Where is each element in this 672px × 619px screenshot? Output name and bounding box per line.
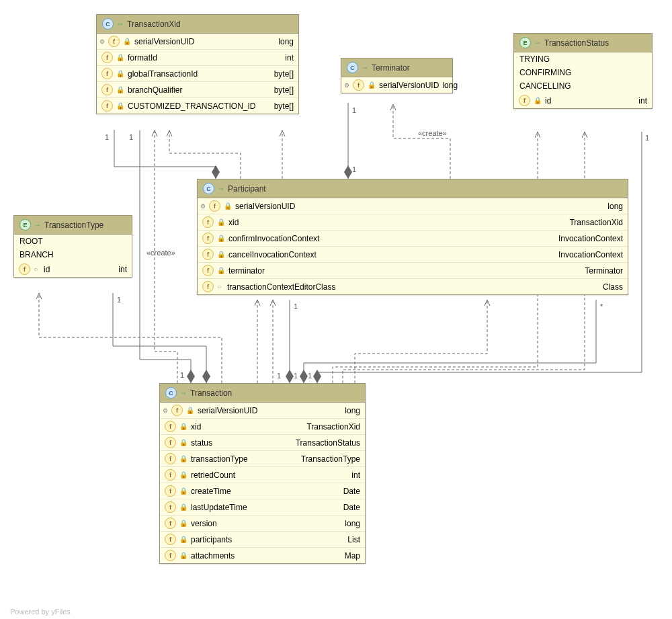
static-gear-icon: ⚙ <box>99 38 105 45</box>
class-transaction[interactable]: C⊸Transaction⚙f🔒serialVersionUIDlongf🔒xi… <box>159 383 366 564</box>
field-name: xid <box>191 422 303 431</box>
enum-icon: E <box>519 37 531 48</box>
field-type: TransactionType <box>301 454 360 464</box>
field-row: ⚙f🔒serialVersionUIDlong <box>160 403 365 419</box>
field-icon: f <box>165 518 176 529</box>
class-xid[interactable]: C⊸TransactionXid⚙f🔒serialVersionUIDlongf… <box>96 14 299 114</box>
class-icon: C <box>347 62 358 73</box>
static-gear-icon: ⚙ <box>200 203 206 210</box>
diagram-canvas: 1 1 1 1 1 1 1 1 1 1 1 * 1 «create» «crea… <box>0 0 672 619</box>
class-type[interactable]: E⊸TransactionTypeROOTBRANCHf○idint <box>13 215 132 278</box>
field-name: CUSTOMIZED_TRANSACTION_ID <box>128 101 271 111</box>
class-icon: C <box>102 18 114 30</box>
field-name: serialVersionUID <box>134 37 275 46</box>
private-lock-icon: 🔒 <box>179 455 187 462</box>
class-terminator[interactable]: C⊸Terminator⚙f🔒serialVersionUIDlong <box>341 58 453 93</box>
field-row: f🔒cancelInvocationContextInvocationConte… <box>198 247 628 263</box>
class-title: Terminator <box>372 63 447 73</box>
field-type: InvocationContext <box>558 234 623 243</box>
multiplicity-label: 1 <box>277 372 281 380</box>
field-row: ⚙f🔒serialVersionUIDlong <box>341 77 452 93</box>
field-icon: f <box>101 84 113 95</box>
field-row: f🔒terminatorTerminator <box>198 263 628 279</box>
field-row: f🔒retriedCountint <box>160 467 365 483</box>
multiplicity-label: 1 <box>105 133 109 141</box>
class-header: C⊸Transaction <box>160 384 365 403</box>
field-icon: f <box>108 36 120 47</box>
field-name: status <box>191 438 292 448</box>
field-type: byte[] <box>274 69 294 79</box>
field-name: xid <box>228 218 566 227</box>
class-title: TransactionXid <box>127 19 293 29</box>
field-type: byte[] <box>274 101 294 111</box>
stereotype-create: «create» <box>418 129 447 137</box>
multiplicity-label: 1 <box>294 302 298 311</box>
private-lock-icon: 🔒 <box>179 552 187 559</box>
multiplicity-label: 1 <box>214 165 218 173</box>
private-lock-icon: 🔒 <box>179 471 187 479</box>
field-type: long <box>345 406 360 415</box>
field-type: Date <box>343 487 360 496</box>
private-lock-icon: 🔒 <box>179 487 187 495</box>
field-row: f🔒confirmInvocationContextInvocationCont… <box>198 231 628 247</box>
class-participant[interactable]: C⊸Participant⚙f🔒serialVersionUIDlongf🔒xi… <box>197 179 628 295</box>
private-lock-icon: 🔒 <box>179 536 187 543</box>
private-lock-icon: 🔒 <box>116 54 124 61</box>
private-lock-icon: 🔒 <box>217 251 225 258</box>
private-lock-icon: 🔒 <box>179 503 187 511</box>
interface-marker-icon: ⊸ <box>181 390 186 397</box>
field-type: Date <box>343 503 360 512</box>
field-name: retriedCount <box>191 470 348 480</box>
field-icon: f <box>202 216 214 228</box>
field-icon: f <box>202 233 214 244</box>
field-icon: f <box>101 68 113 79</box>
field-name: attachments <box>191 551 341 561</box>
field-row: f🔒statusTransactionStatus <box>160 435 365 451</box>
svg-marker-6 <box>313 370 321 383</box>
class-header: C⊸TransactionXid <box>97 15 298 34</box>
field-row: f🔒lastUpdateTimeDate <box>160 499 365 515</box>
field-name: serialVersionUID <box>198 406 341 415</box>
static-gear-icon: ⚙ <box>163 407 168 414</box>
field-icon: f <box>165 550 176 561</box>
class-icon: C <box>203 183 214 194</box>
private-lock-icon: 🔒 <box>123 38 131 45</box>
field-name: id <box>44 265 115 274</box>
class-title: TransactionType <box>44 220 126 230</box>
field-type: TransactionXid <box>569 218 623 227</box>
footer-credit: Powered by yFiles <box>10 608 71 616</box>
open-access-icon: ○ <box>217 283 224 290</box>
field-name: serialVersionUID <box>379 81 439 90</box>
interface-marker-icon: ⊸ <box>118 21 123 28</box>
interface-marker-icon: ⊸ <box>218 185 224 192</box>
enum-value: ROOT <box>14 235 132 248</box>
private-lock-icon: 🔒 <box>116 70 124 77</box>
field-name: id <box>545 96 635 106</box>
class-title: Participant <box>228 184 622 194</box>
class-status[interactable]: E⊸TransactionStatusTRYINGCONFIRMINGCANCE… <box>513 33 653 109</box>
field-name: terminator <box>228 266 581 276</box>
field-icon: f <box>171 405 183 416</box>
private-lock-icon: 🔒 <box>179 439 187 446</box>
field-name: transactionContextEditorClass <box>227 282 599 292</box>
field-name: branchQualifier <box>128 85 271 95</box>
multiplicity-label: 1 <box>308 372 312 380</box>
svg-marker-5 <box>300 370 308 383</box>
field-row: ⚙f🔒serialVersionUIDlong <box>198 198 628 214</box>
field-icon: f <box>19 263 30 275</box>
class-header: C⊸Terminator <box>341 58 452 77</box>
interface-marker-icon: ⊸ <box>362 65 368 71</box>
multiplicity-label: * <box>600 302 603 311</box>
field-type: InvocationContext <box>558 250 623 259</box>
private-lock-icon: 🔒 <box>217 235 225 242</box>
field-type: long <box>345 519 360 528</box>
stereotype-create: «create» <box>146 249 175 257</box>
class-title: TransactionStatus <box>544 38 646 48</box>
field-icon: f <box>165 534 176 545</box>
field-icon: f <box>165 437 176 448</box>
field-name: participants <box>191 535 344 544</box>
field-row: f🔒idint <box>514 93 652 108</box>
field-icon: f <box>165 485 176 497</box>
field-name: formatId <box>128 53 282 63</box>
field-row: f🔒xidTransactionXid <box>160 419 365 435</box>
